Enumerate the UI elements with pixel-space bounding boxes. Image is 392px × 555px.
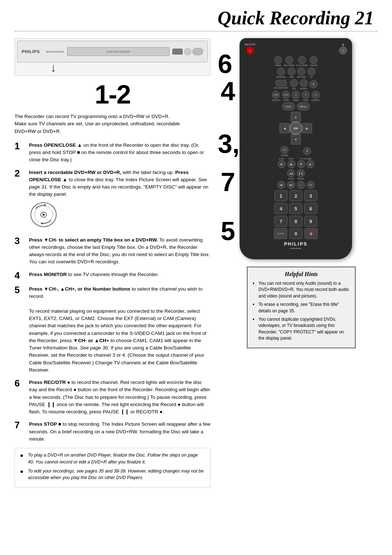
step-6: 6 Press REC/OTR ● to record the channel.…	[15, 379, 211, 416]
stop-button[interactable]: ■	[278, 160, 286, 168]
disc-manager-button[interactable]	[276, 80, 287, 86]
right-column: 6 4 3,5 7 5 REC/OTR ● ⏻ ⏻	[218, 38, 385, 487]
num-btn-1[interactable]: 1	[274, 190, 287, 201]
step-3: 3 Press ▼CH- to select an empty Title bo…	[15, 236, 211, 266]
num-btn-3[interactable]: 3	[304, 190, 317, 201]
bullet-item-1: ● To play a DVD+R on another DVD Player,…	[20, 452, 205, 466]
guide-tv-button[interactable]: TV	[312, 91, 320, 99]
hint-text-1: You can not record only Audio (sound) to…	[258, 280, 350, 299]
hint-text-2: To erase a recording, see "Erase this ti…	[258, 301, 350, 314]
intro-text: The Recorder can record TV programming o…	[15, 113, 211, 135]
step-num-2: 2	[15, 168, 25, 179]
bottom-row: CLEAR 0 🔇	[245, 228, 347, 239]
rec-otr-button[interactable]: ●	[246, 46, 254, 54]
num-btn-6[interactable]: 6	[304, 203, 317, 214]
section-divider	[15, 31, 377, 32]
num-btn-7[interactable]: 7	[274, 216, 287, 227]
step-num-5: 5	[15, 285, 25, 295]
step-num-7: 7	[15, 420, 25, 430]
ff-button[interactable]: ⏭	[287, 181, 295, 189]
clear-button[interactable]: CLEAR	[274, 228, 287, 239]
step-2: 2 Insert a recordable DVD+RW or DVD+R, w…	[15, 169, 211, 231]
tv-vol-up[interactable]: ▲	[306, 160, 314, 168]
tv-dvd-button[interactable]	[310, 56, 318, 64]
remote-wrapper: 6 4 3,5 7 5 REC/OTR ● ⏻ ⏻	[218, 38, 385, 259]
num-btn-8[interactable]: 8	[289, 216, 302, 227]
dim-button[interactable]	[287, 68, 295, 76]
live-button[interactable]: TV	[307, 181, 315, 189]
bullet-list: ● To play a DVD+R on another DVD Player,…	[15, 448, 211, 487]
menu-button[interactable]: MENU	[297, 102, 310, 110]
hint-item-2: • To erase a recording, see "Erase this …	[253, 301, 350, 314]
step-content-2: Insert a recordable DVD+RW or DVD+R, wit…	[29, 169, 211, 231]
step-label-1-2: 1-2	[15, 80, 211, 109]
arrow-graphic	[50, 63, 72, 72]
rec-live-button[interactable]: ●	[297, 181, 305, 189]
dpad-ok[interactable]: OK	[289, 122, 302, 135]
disc-image	[29, 201, 58, 228]
svg-point-5	[42, 214, 45, 216]
rec-mode-button[interactable]	[285, 56, 293, 64]
select-button[interactable]	[300, 79, 308, 87]
step-7: 7 Press STOP ■ to stop recording. The In…	[15, 421, 211, 443]
device-slot-label: DVD RECORDER	[106, 50, 130, 53]
hint-bullet-2: •	[253, 301, 256, 308]
num-btn-9[interactable]: 9	[304, 216, 317, 227]
return-button[interactable]	[297, 68, 305, 76]
bullet-item-2: ● To edit your recordings, see pages 35 …	[20, 468, 205, 482]
num-btn-5[interactable]: 5	[289, 203, 302, 214]
device-knob	[192, 48, 203, 55]
slow-button[interactable]: ◀◀	[287, 169, 295, 177]
system-button[interactable]: SYS	[281, 146, 289, 154]
timer-button[interactable]	[274, 56, 282, 64]
philips-sub: ▬▬▬▬	[245, 247, 347, 249]
mute-button[interactable]: 🔇	[305, 228, 318, 239]
standby-button[interactable]: ⏻	[339, 46, 347, 54]
angle-button[interactable]: ∠	[292, 91, 300, 99]
dpad-up[interactable]: ▲	[291, 112, 301, 122]
dpad-down[interactable]: ▼	[291, 134, 301, 145]
step-4: 4 Press MONITOR to see TV channels throu…	[15, 271, 211, 281]
plus-button[interactable]: +	[303, 147, 311, 155]
step-num-3: 3	[15, 236, 25, 246]
disc-menu-row: DISC MENU	[245, 102, 347, 110]
disc-manager-row: DISC MANAGER FSS SELECT ℹ	[245, 79, 347, 90]
top-function-row: TIMER REC MODE PLAY MODE TV/DVD	[245, 56, 347, 66]
zoom-button[interactable]: Z	[302, 91, 310, 99]
device-badge: MAGNAVOX	[46, 50, 64, 53]
step-indicator-7: 7	[221, 167, 235, 197]
dpad-right[interactable]: ▶	[302, 123, 312, 133]
bullet-dot-2: ●	[20, 468, 25, 475]
subtitle-button[interactable]: SUB	[272, 91, 280, 99]
monitor-button[interactable]	[277, 68, 285, 76]
hint-text-3: You cannot duplicate copyrighted DVDs, v…	[258, 316, 350, 342]
tv-vol-down[interactable]: ▼	[297, 160, 305, 168]
num-btn-4[interactable]: 4	[274, 203, 287, 214]
info-button[interactable]: ℹ	[310, 80, 318, 88]
system-row: SYS SYSTEM +	[245, 146, 347, 157]
hint-bullet-3: •	[253, 316, 256, 323]
page: Quick Recording 21 PHILIPS MAGNAVOX DVD …	[0, 0, 392, 555]
left-column: PHILIPS MAGNAVOX DVD RECORDER	[15, 38, 218, 487]
step-content-1: Press OPEN/CLOSE ▲ on the front of the R…	[29, 142, 211, 164]
dpad-left[interactable]: ◀	[279, 123, 290, 133]
fss-button[interactable]	[290, 79, 298, 87]
step-1-bold: Press OPEN/CLOSE ▲	[29, 142, 82, 148]
intro-line1: The Recorder can record TV programming o…	[15, 114, 170, 119]
step-1: 1 Press OPEN/CLOSE ▲ on the front of the…	[15, 142, 211, 164]
play-button[interactable]: ▶	[287, 160, 295, 168]
device-circle-btn-1	[184, 48, 191, 55]
step-num-6: 6	[15, 378, 25, 389]
num-btn-2[interactable]: 2	[289, 190, 302, 201]
prev-button[interactable]: ⏮	[277, 181, 285, 189]
slow-pause-row: ◀◀ SLOW ❙❙ PAUSE	[245, 169, 347, 180]
pause-button[interactable]: ❙❙	[297, 169, 305, 177]
bullet-dot-1: ●	[20, 452, 25, 459]
tc-button[interactable]	[307, 68, 315, 76]
num-btn-0[interactable]: 0	[289, 228, 302, 239]
audio-button[interactable]: AUD	[282, 91, 290, 99]
play-mode-button[interactable]	[298, 56, 306, 64]
hints-box: Helpful Hints • You can not record only …	[247, 267, 356, 348]
disc-button[interactable]: DISC	[282, 102, 295, 110]
hints-title: Helpful Hints	[253, 271, 350, 278]
